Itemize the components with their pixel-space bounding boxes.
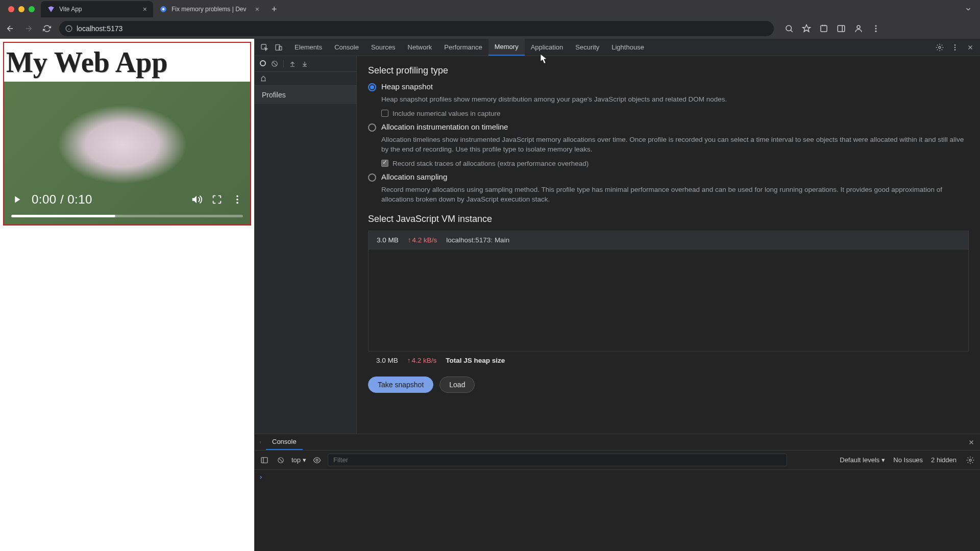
button-row: Take snapshot Load (368, 377, 969, 393)
tab-elements[interactable]: Elements (288, 39, 328, 56)
drawer-tabs: Console (255, 434, 980, 450)
tab-memory[interactable]: Memory (488, 39, 525, 56)
svg-point-26 (316, 459, 318, 461)
sidebar-item-profiles[interactable]: Profiles (255, 86, 356, 104)
tab-performance[interactable]: Performance (438, 39, 488, 56)
extensions-icon[interactable] (819, 23, 829, 34)
page-frame: My Web App 0:00 / 0:10 (3, 42, 251, 226)
sidepanel-icon[interactable] (836, 23, 846, 34)
checkbox-stack-traces[interactable]: Record stack traces of allocations (extr… (381, 160, 969, 167)
minimize-window-button[interactable] (18, 6, 24, 12)
checkbox-include-numeric[interactable]: Include numerical values in capture (381, 110, 969, 117)
browser-tab-active[interactable]: Vite App × (41, 1, 153, 17)
drawer-tab-console[interactable]: Console (266, 434, 303, 450)
forward-button[interactable] (22, 22, 35, 35)
close-window-button[interactable] (8, 6, 14, 12)
svg-point-18 (954, 46, 956, 48)
log-levels-selector[interactable]: Default levels ▾ (840, 456, 885, 464)
volume-icon[interactable] (191, 194, 202, 205)
option-desc: Allocation timelines show instrumented J… (381, 135, 969, 155)
video-controls: 0:00 / 0:10 (4, 187, 250, 224)
console-body[interactable]: › (255, 470, 980, 551)
vm-list-empty (368, 249, 969, 352)
profile-icon[interactable] (853, 23, 864, 34)
svg-point-12 (236, 202, 238, 204)
radio-icon[interactable] (368, 173, 376, 182)
video-menu-icon[interactable] (232, 194, 243, 205)
reload-button[interactable] (41, 22, 53, 35)
tab-console[interactable]: Console (328, 39, 365, 56)
memory-sidebar: Profiles (255, 56, 357, 434)
fullscreen-icon[interactable] (211, 194, 223, 205)
load-button[interactable]: Load (439, 377, 475, 393)
drawer-close-icon[interactable] (963, 439, 980, 446)
tab-sources[interactable]: Sources (365, 39, 402, 56)
svg-point-3 (786, 26, 792, 31)
record-icon[interactable] (260, 60, 266, 66)
tab-security[interactable]: Security (569, 39, 605, 56)
new-tab-button[interactable]: + (265, 4, 283, 15)
close-devtools-icon[interactable] (965, 42, 976, 53)
url-text: localhost:5173 (77, 24, 122, 33)
option-allocation-sampling[interactable]: Allocation sampling (368, 172, 969, 182)
maximize-window-button[interactable] (29, 6, 35, 12)
device-toggle-icon[interactable] (273, 42, 284, 53)
context-selector[interactable]: top ▾ (291, 456, 306, 464)
radio-icon[interactable] (368, 83, 376, 91)
close-tab-icon[interactable]: × (143, 5, 147, 13)
hidden-count[interactable]: 2 hidden (931, 456, 957, 464)
settings-icon[interactable] (934, 42, 945, 53)
checkbox-icon[interactable] (381, 110, 388, 117)
clear-console-icon[interactable] (275, 455, 286, 466)
take-snapshot-button[interactable]: Take snapshot (368, 377, 433, 393)
option-allocation-timeline[interactable]: Allocation instrumentation on timeline (368, 122, 969, 132)
tab-overflow-icon[interactable] (959, 6, 978, 13)
vm-summary: 3.0 MB 4.2 kB/s Total JS heap size (368, 352, 969, 369)
checkbox-icon[interactable] (381, 160, 388, 167)
video-player[interactable]: 0:00 / 0:10 (4, 82, 250, 224)
menu-icon[interactable] (871, 23, 881, 34)
vm-instance-row[interactable]: 3.0 MB 4.2 kB/s localhost:5173: Main (368, 231, 969, 249)
live-expression-icon[interactable] (311, 455, 323, 466)
option-desc: Heap snapshot profiles show memory distr… (381, 94, 969, 105)
console-filter[interactable] (328, 454, 787, 466)
gc-icon[interactable] (260, 75, 351, 82)
back-button[interactable] (4, 22, 16, 35)
more-icon[interactable] (949, 42, 961, 53)
devtools-panel: Elements Console Sources Network Perform… (254, 39, 980, 551)
inspect-icon[interactable] (259, 42, 270, 53)
tab-application[interactable]: Application (525, 39, 570, 56)
close-tab-icon[interactable]: × (255, 5, 259, 13)
console-sidebar-icon[interactable] (259, 455, 270, 466)
tab-network[interactable]: Network (402, 39, 438, 56)
console-settings-icon[interactable] (965, 455, 976, 466)
video-progress[interactable] (11, 215, 243, 217)
svg-point-8 (875, 28, 877, 30)
bookmark-icon[interactable] (801, 23, 812, 34)
console-drawer: Console top ▾ Default levels ▾ (255, 434, 980, 551)
svg-rect-5 (838, 26, 845, 32)
tab-title: Fix memory problems | Dev (172, 6, 246, 13)
play-icon[interactable] (11, 194, 22, 205)
upload-icon[interactable] (289, 60, 296, 67)
vm-rate: 4.2 kB/s (408, 236, 437, 244)
browser-tab[interactable]: Fix memory problems | Dev × (153, 1, 265, 17)
content-area: My Web App 0:00 / 0:10 (0, 39, 980, 551)
svg-point-27 (969, 459, 971, 461)
profiling-heading: Select profiling type (368, 65, 969, 76)
download-icon[interactable] (301, 60, 308, 67)
site-info-icon[interactable] (65, 25, 72, 32)
svg-point-1 (162, 8, 165, 11)
radio-icon[interactable] (368, 123, 376, 132)
filter-input[interactable] (328, 454, 787, 466)
option-desc: Record memory allocations using sampling… (381, 185, 969, 205)
clear-icon[interactable] (271, 60, 278, 67)
option-heap-snapshot[interactable]: Heap snapshot (368, 82, 969, 91)
zoom-icon[interactable] (784, 23, 794, 34)
issues-badge[interactable]: No Issues (893, 456, 923, 464)
address-bar[interactable]: localhost:5173 (59, 21, 774, 36)
svg-point-7 (875, 25, 877, 27)
memory-main: Select profiling type Heap snapshot Heap… (357, 56, 980, 434)
drawer-menu-icon[interactable] (255, 437, 266, 448)
tab-lighthouse[interactable]: Lighthouse (605, 39, 650, 56)
